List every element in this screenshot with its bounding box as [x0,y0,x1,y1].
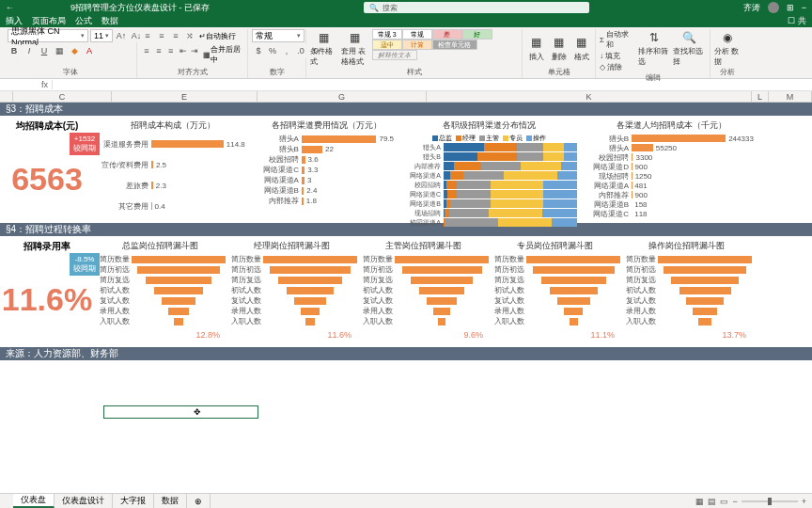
format-as-table-button[interactable]: ▦套用 表格格式 [341,29,369,67]
minimize-icon[interactable]: − [802,3,806,12]
indent-inc-icon[interactable]: ⇥ [189,44,200,57]
cursor-icon: ✥ [194,407,201,417]
col-header[interactable]: M [769,91,812,102]
fill-button[interactable]: ↓ 填充 [600,51,620,61]
number-format-combo[interactable]: 常规▾ [252,29,304,42]
column-headers: C E G K L M [0,91,812,103]
cell-style[interactable]: 常规 3 [372,29,402,40]
zoom-slider[interactable] [742,500,798,502]
sort-filter-button[interactable]: ⇅排序和筛选 [638,29,671,67]
group-align-label: 对齐方式 [141,67,243,78]
metric-title: 均招聘成本(元) [0,119,94,133]
cell-style[interactable]: 适中 [372,40,402,50]
cell-style[interactable]: 好 [462,29,492,40]
ribbon: 思源黑体 CN Normal▾ 11▾ A↑ A↓ B I U ▦ ◆ A 字体… [0,27,812,79]
new-sheet-button[interactable]: ⊕ [187,494,211,508]
cell-style[interactable]: 差 [432,29,462,40]
tab-data[interactable]: 数据 [102,15,118,27]
italic-icon[interactable]: I [23,44,36,57]
sheet-tab[interactable]: 仪表盘 [13,494,55,508]
cell-selection [103,405,258,419]
title-bar: ← 9招聘管理全方位仪表盘设计 - 已保存 🔍 搜索 齐涛 ⊞ − [0,0,812,15]
group-analyze-label: 分析 [714,67,741,78]
view-layout-icon[interactable]: ▤ [708,497,716,506]
group-number-label: 数字 [252,67,302,78]
section3-header: §3：招聘成本 [0,103,812,116]
cell-style[interactable]: 解释性文本 [372,50,417,60]
channel-level-dist-chart: 各职级招聘渠道分布情况 总监经理主管专员操作 猎头A猎头B内部推荐网络渠道A校园… [400,119,577,219]
align-left-icon[interactable]: ≡ [141,44,152,57]
per-capita-cost-chart: 各渠道人均招聘成本（千元） 猎头B244333猎头A55250校园招聘3300网… [577,119,765,219]
analyze-data-button[interactable]: ◉分析 数据 [714,29,741,67]
hire-rate-metric: 招聘录用率 -8.5%较同期 11.6% [0,240,94,340]
zoom-in-button[interactable]: + [802,497,806,506]
cost-composition-chart: 招聘成本构成（万元） 渠道服务费用114.8宣传/资料费用2.5差旅费2.3其它… [94,119,252,219]
col-header[interactable]: L [752,91,769,102]
comma-icon[interactable]: , [280,44,293,57]
user-name: 齐涛 [743,2,760,14]
find-select-button[interactable]: 🔍查找和选择 [673,29,706,67]
group-cells-label: 单元格 [526,67,591,78]
ribbon-tabs: 插入 页面布局 公式 数据 ☐ 共 [0,15,812,27]
col-header[interactable]: C [13,91,112,102]
align-bot-icon[interactable]: ≡ [169,29,182,42]
avg-cost-metric: 均招聘成本(元) +1532较同期 6563 [0,119,94,219]
bold-icon[interactable]: B [8,44,21,57]
metric-badge: +1532较同期 [70,133,100,155]
clear-button[interactable]: ◇ 清除 [600,62,622,72]
indent-dec-icon[interactable]: ⇤ [178,44,189,57]
inc-decimal-icon[interactable]: .0 [294,44,307,57]
align-center-icon[interactable]: ≡ [153,44,164,57]
group-edit-label: 编辑 [600,72,706,83]
align-right-icon[interactable]: ≡ [165,44,177,57]
merge-button[interactable]: ▦ 合并后居中 [201,44,243,65]
insert-cells-button[interactable]: ▦插入 [526,29,546,67]
metric-value: 11.6% [0,281,94,318]
metric-title: 招聘录用率 [0,240,94,253]
status-bar: 仪表盘 仪表盘设计 大字报 数据 ⊕ ▦ ▤ ▭ − + [0,493,812,508]
align-top-icon[interactable]: ≡ [141,29,154,42]
worksheet[interactable]: §3：招聘成本 均招聘成本(元) +1532较同期 6563 招聘成本构成（万元… [0,103,812,479]
sheet-tab[interactable]: 数据 [154,494,187,508]
zoom-out-button[interactable]: − [732,497,737,506]
search-icon: 🔍 [369,4,383,12]
col-header[interactable]: G [258,91,427,102]
align-mid-icon[interactable]: ≡ [155,29,168,42]
ribbon-display-icon[interactable]: ⊞ [787,3,794,12]
fill-color-icon[interactable]: ◆ [68,44,81,57]
orientation-icon[interactable]: ⤭ [183,29,196,42]
back-icon[interactable]: ← [6,3,14,12]
wrap-text-button[interactable]: ↵ 自动换行 [197,29,238,42]
delete-cells-button[interactable]: ▦删除 [549,29,569,67]
currency-icon[interactable]: $ [252,44,265,57]
avatar[interactable] [768,2,779,13]
share-icon[interactable]: ☐ 共 [788,15,806,27]
cell-style[interactable]: 常规 [402,29,432,40]
font-size-combo[interactable]: 11▾ [90,29,113,42]
autosum-button[interactable]: Σ 自动求和 [600,29,635,50]
font-name-combo[interactable]: 思源黑体 CN Normal▾ [8,29,88,42]
document-name: 9招聘管理全方位仪表盘设计 - 已保存 [70,2,210,14]
cell-style[interactable]: 计算 [402,40,432,50]
data-source-footer: 来源：人力资源部、财务部 [0,347,812,360]
col-header[interactable]: E [112,91,258,102]
cell-style[interactable]: 检查单元格 [432,40,477,50]
group-font-label: 字体 [8,67,133,78]
border-icon[interactable]: ▦ [53,44,66,57]
fx-icon[interactable]: fx [38,80,53,89]
font-color-icon[interactable]: A [83,44,96,57]
increase-font-icon[interactable]: A↑ [115,29,128,42]
percent-icon[interactable]: % [266,44,279,57]
search-input[interactable]: 🔍 搜索 [364,2,589,13]
channel-cost-chart: 各招聘渠道费用情况（万元） 猎头A79.5猎头B22校园招聘3.6网络渠道C3.… [252,119,400,219]
sheet-tab[interactable]: 大字报 [113,494,154,508]
conditional-format-button[interactable]: ▦条件格式 [310,29,338,67]
underline-icon[interactable]: U [38,44,51,57]
format-cells-button[interactable]: ▦格式 [571,29,591,67]
sheet-tab[interactable]: 仪表盘设计 [55,494,113,508]
metric-value: 6563 [0,161,94,198]
col-header[interactable]: K [427,91,752,102]
view-break-icon[interactable]: ▭ [720,497,728,506]
view-normal-icon[interactable]: ▦ [695,497,704,506]
group-styles-label: 样式 [310,67,518,78]
